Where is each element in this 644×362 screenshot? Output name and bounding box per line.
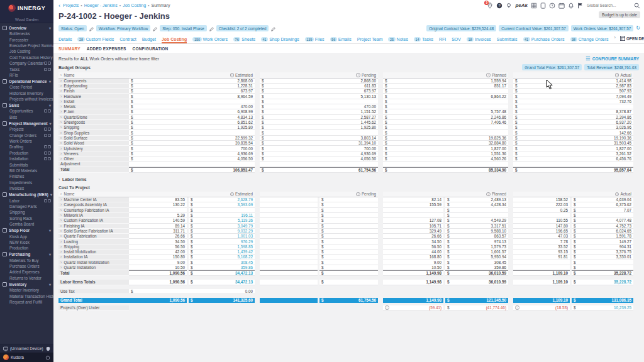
sidebar-item-impediments[interactable]: Impediments xyxy=(0,180,53,185)
row-name-p-lam[interactable]: P-lam xyxy=(58,109,129,114)
breadcrumb-item[interactable]: Job Costing xyxy=(123,3,146,8)
logo[interactable]: INNERGY xyxy=(0,0,53,16)
tab-budget[interactable]: Budget xyxy=(142,37,156,43)
sidebar-item-opportunities[interactable]: Opportunities xyxy=(0,108,53,114)
configure-summary-button[interactable]: CONFIGURE SUMMARY xyxy=(586,56,639,61)
col-header-estimated[interactable]: Estimated xyxy=(129,72,255,79)
sidebar-item-sorting-rack[interactable]: Sorting Rack xyxy=(0,216,53,221)
sidebar-item-company-calendar[interactable]: Company Calendar xyxy=(0,60,53,66)
tab-sheets[interactable]: 76Sheets xyxy=(233,37,255,43)
peak-logo[interactable]: peAk xyxy=(515,3,528,8)
tab-details[interactable]: Details xyxy=(58,37,72,43)
clock-icon[interactable] xyxy=(549,3,555,9)
sidebar-item-request-and-fulfill[interactable]: Request and Fulfill xyxy=(0,299,53,305)
sidebar-item-labor[interactable]: Labor xyxy=(0,197,53,203)
sidebar-item-submittals[interactable]: Submittals xyxy=(0,162,53,167)
col-header-pending[interactable]: Pending xyxy=(260,72,378,79)
row-name-finish[interactable]: Finish xyxy=(58,89,129,94)
sidebar-section-inventory[interactable]: Inventory▾ xyxy=(0,281,53,287)
sidebar-item-new-kiosk[interactable]: NEW Kiosk xyxy=(0,239,53,245)
sidebar-item-forecaster[interactable]: Forecaster xyxy=(0,36,53,42)
sidebar-item-returns-to-vendor[interactable]: Returns to Vendor xyxy=(0,275,53,281)
col-header-planned[interactable]: Planned xyxy=(383,72,508,79)
sidebar-section-manufacturing-mes[interactable]: Manufacturing (MES)▾ xyxy=(0,191,53,197)
col-header-planned[interactable]: Planned xyxy=(383,192,508,198)
sidebar-item-tasks[interactable]: Tasks xyxy=(0,66,53,72)
tab-shop-drawings[interactable]: 41Shop Drawings xyxy=(261,37,299,43)
row-name-countertop-fabrication-ia[interactable]: Countertop Fabrication IA xyxy=(58,208,129,213)
sidebar-item-damaged-parts[interactable]: Damaged Parts xyxy=(0,204,53,209)
global-search-input[interactable] xyxy=(587,3,631,8)
open-design-button[interactable]: OPEN DESIGN xyxy=(620,36,644,41)
row-name-hardware[interactable]: Hardware xyxy=(58,94,129,99)
breadcrumb-item[interactable]: Projects xyxy=(63,3,79,8)
edit-pencil-icon[interactable] xyxy=(271,23,275,34)
sidebar-item-executive-project-summary[interactable]: Executive Project Summary xyxy=(0,43,53,48)
sidebar-item-shipping[interactable]: Shipping xyxy=(0,209,53,215)
tab-purchase-orders[interactable]: 41Purchase Orders xyxy=(523,37,565,43)
sidebar-item-installation[interactable]: Installation xyxy=(0,156,53,162)
row-name-install-mobilization[interactable]: Install Mobilization xyxy=(58,250,129,255)
edit-pencil-icon[interactable] xyxy=(153,23,157,34)
sidebar-item-production[interactable]: Production xyxy=(0,150,53,156)
calendar-icon[interactable] xyxy=(558,3,565,9)
tab-contract[interactable]: Contract xyxy=(119,37,136,43)
tabs-overflow-chevron[interactable]: › xyxy=(614,35,616,41)
tab-job-costing[interactable]: Job Costing xyxy=(162,37,187,43)
sidebar-item-historical-inventory[interactable]: Historical Inventory xyxy=(0,90,53,96)
col-header-name[interactable]: Name xyxy=(58,192,129,198)
row-name-edgebanding[interactable]: Edgebanding xyxy=(58,84,129,89)
col-header-pending[interactable]: Pending xyxy=(260,192,378,198)
col-header-actual[interactable]: Actual xyxy=(513,72,633,79)
sidebar-section-sales[interactable]: Sales▾ xyxy=(0,102,53,108)
tab-submittals[interactable]: Submittals xyxy=(497,37,518,43)
tab-tasks[interactable]: 14Tasks xyxy=(414,37,433,43)
col-header-estimated[interactable]: Estimated xyxy=(129,192,255,198)
breadcrumb-item[interactable]: Hoeger - Jenkins xyxy=(84,3,118,8)
row-name-upholstery[interactable]: Upholstery xyxy=(58,146,129,151)
tab-notes[interactable]: 25Notes xyxy=(388,37,408,43)
col-header-name[interactable]: Name xyxy=(58,72,129,79)
sidebar-item-kiosk-app[interactable]: Kiosk App xyxy=(0,233,53,239)
row-name-components[interactable]: Components xyxy=(58,79,129,84)
row-name-veneers[interactable]: Veneers xyxy=(58,151,129,156)
sidebar-item-work-orders[interactable]: Work Orders xyxy=(0,138,53,144)
row-name-solid-surface[interactable]: Solid Surface xyxy=(58,136,129,141)
labor-items-collapse[interactable]: Labor Items xyxy=(58,177,639,182)
row-name-installation-ia[interactable]: Installation IA xyxy=(58,255,129,260)
tab-change-orders[interactable]: 38Change Orders xyxy=(570,37,609,43)
tab-sov[interactable]: SOV xyxy=(452,37,461,43)
row-name-shipping[interactable]: Shipping xyxy=(58,244,129,250)
subtab-added-expenses[interactable]: ADDED EXPENSES xyxy=(87,47,126,51)
row-name-quartz-stone[interactable]: Quartz/Stone xyxy=(58,115,129,120)
pin-icon[interactable]: 5 xyxy=(487,3,493,9)
tab-custom-fields[interactable]: 28Custom Fields xyxy=(77,37,114,43)
sidebar-item-bids[interactable]: Bids xyxy=(0,114,53,120)
sidebar-item-bottlenecks[interactable]: Bottlenecks xyxy=(0,31,53,36)
refresh-icon[interactable]: ↻ xyxy=(636,26,640,30)
tab-invoices[interactable]: 18Invoices xyxy=(467,37,491,43)
col-header-actual[interactable]: Actual xyxy=(513,192,633,198)
apps-grid-icon[interactable] xyxy=(531,3,537,9)
sidebar-item-job-costing[interactable]: Job Costing xyxy=(0,48,53,54)
row-name-loading[interactable]: Loading xyxy=(58,239,129,244)
sidebar-item-projects-without-invoices[interactable]: Projects without Invoices xyxy=(0,96,53,102)
tab-work-orders[interactable]: 150Work Orders xyxy=(192,37,228,43)
row-name-casegoods-assembly-ia[interactable]: Casegoods Assembly IA xyxy=(58,202,129,207)
row-name-total[interactable]: Total xyxy=(58,270,129,276)
sidebar-section-shop-floor[interactable]: Shop Floor▾ xyxy=(0,227,53,233)
sidebar-section-purchasing[interactable]: Purchasing▾ xyxy=(0,251,53,258)
row-name-install[interactable]: Install xyxy=(58,99,129,104)
sidebar-item-invoices[interactable]: Invoices xyxy=(0,185,53,191)
row-name-solid-wood[interactable]: Solid Wood xyxy=(58,141,129,146)
sidebar-item-gemba-board[interactable]: Gemba Board xyxy=(0,221,53,227)
row-name-total[interactable]: Total xyxy=(58,167,129,173)
user-row[interactable]: Kudora xyxy=(0,353,53,362)
tablet-icon[interactable] xyxy=(540,3,546,9)
logout-icon[interactable] xyxy=(45,355,50,360)
tab-project-team[interactable]: Project Team xyxy=(357,37,383,43)
subtab-summary[interactable]: SUMMARY xyxy=(58,47,80,51)
search-icon[interactable] xyxy=(634,3,640,9)
sidebar-item-master-inventory[interactable]: Master Inventory xyxy=(0,287,53,293)
row-name-machine-center-ia[interactable]: Machine Center IA xyxy=(58,197,129,202)
